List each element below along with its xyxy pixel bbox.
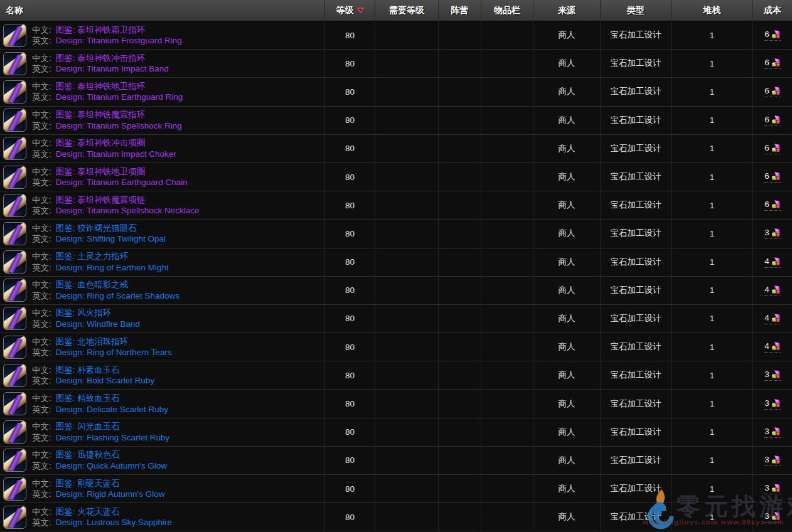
required-level-cell <box>375 107 438 134</box>
cost-link[interactable]: 4 <box>764 285 781 296</box>
cost-link[interactable]: 6 <box>764 143 781 154</box>
cost-link[interactable]: 3 <box>764 398 781 410</box>
column-header-faction[interactable]: 阵营 <box>438 0 481 21</box>
design-scroll-icon[interactable] <box>3 449 26 472</box>
column-header-slot[interactable]: 物品栏 <box>481 0 533 21</box>
design-scroll-icon[interactable] <box>3 506 26 529</box>
item-link-chinese[interactable]: 图鉴: 泰坦神铁冲击项圈 <box>56 138 146 147</box>
cost-link[interactable]: 3 <box>764 511 781 523</box>
cost-cell: 6 <box>752 135 792 162</box>
item-link-english[interactable]: Design: Rigid Autumn's Glow <box>56 489 165 499</box>
cost-link[interactable]: 3 <box>764 427 781 438</box>
design-scroll-icon[interactable] <box>3 364 26 387</box>
item-link-english[interactable]: Design: Titanium Frostguard Ring <box>56 36 182 45</box>
item-link-chinese[interactable]: 图鉴: 朴素血玉石 <box>56 365 120 375</box>
cost-link[interactable]: 4 <box>764 257 781 268</box>
cost-link[interactable]: 6 <box>764 171 781 183</box>
item-name-cell: 中文:图鉴: 火花天蓝石 英文:Design: Lustrous Sky Sap… <box>0 503 324 531</box>
cost-link[interactable]: 4 <box>764 313 781 324</box>
english-label: 英文: <box>32 149 51 159</box>
design-scroll-icon[interactable] <box>3 307 26 330</box>
design-scroll-icon[interactable] <box>3 392 26 415</box>
item-link-english[interactable]: Design: Shifting Twilight Opal <box>56 234 166 243</box>
item-link-chinese[interactable]: 图鉴: 血色暗影之戒 <box>56 280 129 289</box>
stack-cell: 1 <box>671 503 752 531</box>
item-link-chinese[interactable]: 图鉴: 风火指环 <box>56 308 112 317</box>
item-link-english[interactable]: Design: Titanium Impact Band <box>56 64 169 73</box>
design-scroll-icon[interactable] <box>3 137 26 160</box>
column-header-level[interactable]: 等级 <box>324 0 375 21</box>
column-header-name[interactable]: 名称 <box>0 0 324 21</box>
design-scroll-icon[interactable] <box>3 80 26 104</box>
item-link-chinese[interactable]: 图鉴: 泰坦神铁魔震指环 <box>56 110 146 119</box>
item-link-english[interactable]: Design: Titanium Spellshock Necklace <box>56 206 200 215</box>
cost-link[interactable]: 3 <box>764 370 781 381</box>
item-name-cell: 中文:图鉴: 泰坦神铁地卫项圈 英文:Design: Titanium Eart… <box>0 163 324 191</box>
type-cell: 宝石加工设计 <box>600 78 671 105</box>
item-link-chinese[interactable]: 图鉴: 泰坦神铁地卫项圈 <box>56 167 146 176</box>
table-row: 中文:图鉴: 泰坦神铁霜卫指环 英文:Design: Titanium Fros… <box>0 21 792 50</box>
item-name-cell: 中文:图鉴: 土灵之力指环 英文:Design: Ring of Earthen… <box>0 248 324 276</box>
design-scroll-icon[interactable] <box>3 222 26 245</box>
design-scroll-icon[interactable] <box>3 420 26 444</box>
item-name-en-line: 英文:Design: Titanium Spellshock Ring <box>32 120 182 132</box>
column-header-type[interactable]: 类型 <box>600 0 671 21</box>
item-link-chinese[interactable]: 图鉴: 泰坦神铁魔震项链 <box>56 195 146 205</box>
level-cell: 80 <box>324 333 375 361</box>
column-header-stack[interactable]: 堆栈 <box>671 0 752 21</box>
cost-link[interactable]: 3 <box>764 483 781 494</box>
item-link-english[interactable]: Design: Ring of Earthen Might <box>56 263 169 272</box>
item-link-english[interactable]: Design: Titanium Impact Choker <box>56 149 176 159</box>
design-scroll-icon[interactable] <box>3 336 26 359</box>
cost-link[interactable]: 3 <box>764 228 781 239</box>
level-cell: 80 <box>324 78 375 105</box>
cost-link[interactable]: 6 <box>764 29 781 41</box>
item-link-chinese[interactable]: 图鉴: 刚硬天蓝石 <box>56 479 120 488</box>
column-header-cost[interactable]: 成本 <box>752 0 792 21</box>
item-link-chinese[interactable]: 图鉴: 闪光血玉石 <box>56 422 120 431</box>
cost-link[interactable]: 6 <box>764 86 781 97</box>
item-link-english[interactable]: Design: Windfire Band <box>56 319 140 329</box>
cost-link[interactable]: 3 <box>764 455 781 466</box>
item-link-english[interactable]: Design: Titanium Spellshock Ring <box>56 121 182 130</box>
item-name-cell: 中文:图鉴: 北地泪珠指环 英文:Design: Ring of Norther… <box>0 333 324 361</box>
cost-link[interactable]: 6 <box>764 58 781 69</box>
item-name-cell: 中文:图鉴: 泰坦神铁冲击指环 英文:Design: Titanium Impa… <box>0 50 324 77</box>
design-scroll-icon[interactable] <box>3 279 26 302</box>
english-label: 英文: <box>32 121 51 130</box>
item-link-chinese[interactable]: 图鉴: 泰坦神铁霜卫指环 <box>56 25 146 35</box>
cost-link[interactable]: 6 <box>764 200 781 211</box>
item-link-chinese[interactable]: 图鉴: 狡诈曙光猫眼石 <box>56 223 137 233</box>
type-cell: 宝石加工设计 <box>600 220 671 247</box>
item-link-chinese[interactable]: 图鉴: 北地泪珠指环 <box>56 337 129 346</box>
level-cell: 80 <box>324 418 375 446</box>
column-header-required-level[interactable]: 需要等级 <box>375 0 438 21</box>
item-link-chinese[interactable]: 图鉴: 迅捷秋色石 <box>56 450 120 459</box>
design-scroll-icon[interactable] <box>3 250 26 274</box>
item-link-chinese[interactable]: 图鉴: 泰坦神铁地卫指环 <box>56 82 146 91</box>
item-link-chinese[interactable]: 图鉴: 火花天蓝石 <box>56 507 120 516</box>
item-link-chinese[interactable]: 图鉴: 土灵之力指环 <box>56 252 129 261</box>
column-header-label: 类型 <box>627 5 645 16</box>
item-link-english[interactable]: Design: Delicate Scarlet Ruby <box>56 405 168 414</box>
level-cell: 80 <box>324 361 375 389</box>
item-link-english[interactable]: Design: Bold Scarlet Ruby <box>56 376 155 385</box>
design-scroll-icon[interactable] <box>3 24 26 47</box>
design-scroll-icon[interactable] <box>3 477 26 501</box>
design-scroll-icon[interactable] <box>3 194 26 217</box>
cost-link[interactable]: 4 <box>764 341 781 353</box>
cost-link[interactable]: 6 <box>764 115 781 126</box>
item-link-english[interactable]: Design: Ring of Scarlet Shadows <box>56 291 179 301</box>
item-link-english[interactable]: Design: Ring of Northern Tears <box>56 348 172 357</box>
item-link-chinese[interactable]: 图鉴: 泰坦神铁冲击指环 <box>56 53 146 63</box>
item-link-english[interactable]: Design: Lustrous Sky Sapphire <box>56 518 172 527</box>
column-header-source[interactable]: 来源 <box>533 0 600 21</box>
item-link-english[interactable]: Design: Flashing Scarlet Ruby <box>56 433 170 442</box>
item-link-english[interactable]: Design: Quick Autumn's Glow <box>56 461 167 471</box>
design-scroll-icon[interactable] <box>3 166 26 189</box>
item-link-english[interactable]: Design: Titanium Earthguard Chain <box>56 178 188 187</box>
design-scroll-icon[interactable] <box>3 52 26 75</box>
item-link-chinese[interactable]: 图鉴: 精致血玉石 <box>56 393 120 403</box>
item-link-english[interactable]: Design: Titanium Earthguard Ring <box>56 92 183 102</box>
design-scroll-icon[interactable] <box>3 109 26 132</box>
